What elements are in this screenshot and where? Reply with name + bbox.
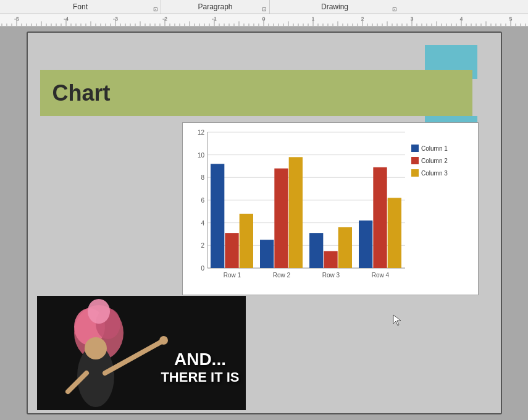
- svg-text:4: 4: [201, 220, 204, 227]
- svg-text:Row 2: Row 2: [272, 272, 290, 279]
- ruler: [0, 14, 528, 27]
- svg-text:Column 2: Column 2: [421, 158, 448, 164]
- svg-rect-18: [239, 214, 253, 268]
- drawing-section: Drawing ⊡: [270, 0, 400, 14]
- chart-title: Chart: [52, 80, 111, 106]
- drawing-expand-icon[interactable]: ⊡: [392, 6, 397, 12]
- toolbar: Font ⊡ Paragraph ⊡ Drawing ⊡: [0, 0, 528, 14]
- svg-rect-16: [211, 164, 224, 268]
- paragraph-label: Paragraph: [198, 2, 232, 11]
- svg-rect-21: [274, 169, 288, 268]
- svg-rect-22: [288, 157, 302, 268]
- svg-point-42: [88, 299, 110, 324]
- image-placeholder: AND... THERE IT IS: [37, 296, 246, 410]
- svg-text:12: 12: [197, 129, 204, 136]
- svg-rect-30: [387, 198, 401, 268]
- image-box[interactable]: AND... THERE IT IS: [37, 296, 246, 410]
- svg-text:0: 0: [201, 265, 204, 272]
- svg-text:8: 8: [201, 174, 204, 181]
- paragraph-expand-icon[interactable]: ⊡: [262, 6, 267, 12]
- svg-rect-36: [411, 169, 419, 177]
- bar-chart: 024681012Row 1Row 2Row 3Row 4Column 1Col…: [183, 123, 479, 296]
- svg-text:Column 1: Column 1: [421, 145, 448, 152]
- chart-title-box[interactable]: Chart: [40, 70, 472, 116]
- svg-point-44: [85, 337, 107, 359]
- image-text-line1: AND...: [161, 350, 239, 369]
- ruler-canvas: [0, 14, 528, 26]
- svg-rect-20: [260, 240, 274, 268]
- font-section: Font ⊡: [0, 0, 161, 14]
- svg-rect-28: [359, 220, 372, 268]
- svg-point-46: [159, 336, 168, 345]
- svg-rect-25: [324, 251, 337, 269]
- svg-rect-32: [411, 145, 419, 152]
- svg-text:Row 4: Row 4: [371, 272, 389, 279]
- document-slide[interactable]: Chart 024681012Row 1Row 2Row 3Row 4Colum…: [27, 32, 502, 414]
- svg-text:Column 3: Column 3: [421, 170, 448, 177]
- svg-text:2: 2: [201, 242, 204, 249]
- font-expand-icon[interactable]: ⊡: [153, 6, 158, 12]
- svg-text:Row 1: Row 1: [223, 272, 241, 279]
- svg-text:Row 3: Row 3: [322, 272, 340, 279]
- chart-container[interactable]: 024681012Row 1Row 2Row 3Row 4Column 1Col…: [182, 122, 479, 295]
- svg-text:10: 10: [197, 152, 204, 159]
- svg-rect-24: [309, 233, 323, 268]
- content-area: Chart 024681012Row 1Row 2Row 3Row 4Colum…: [0, 27, 528, 420]
- svg-rect-29: [373, 167, 387, 268]
- svg-rect-17: [225, 233, 238, 268]
- svg-text:6: 6: [201, 197, 204, 204]
- svg-rect-34: [411, 157, 419, 164]
- image-text-line2: THERE IT IS: [161, 369, 239, 385]
- drawing-label: Drawing: [321, 2, 348, 11]
- image-text-overlay: AND... THERE IT IS: [161, 350, 239, 385]
- paragraph-section: Paragraph ⊡: [161, 0, 269, 14]
- svg-rect-26: [338, 227, 351, 268]
- font-label: Font: [73, 2, 88, 11]
